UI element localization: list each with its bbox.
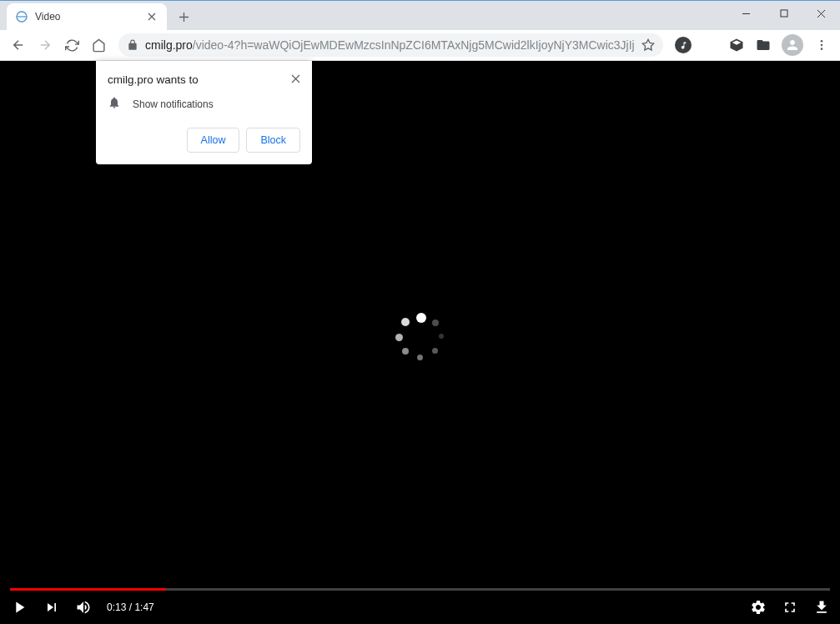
bookmark-star-icon[interactable]: [641, 38, 655, 52]
url-text: cmilg.pro/video-4?h=waWQiOjEwMDEwMzcsInN…: [145, 38, 635, 52]
browser-toolbar: cmilg.pro/video-4?h=waWQiOjEwMDEwMzcsInN…: [0, 30, 840, 61]
tab-title: Video: [35, 11, 138, 23]
svg-marker-2: [642, 39, 653, 50]
volume-button[interactable]: [75, 599, 92, 616]
extension-folder-icon[interactable]: [752, 33, 775, 57]
lock-icon: [127, 39, 138, 51]
block-button[interactable]: Block: [246, 128, 300, 153]
browser-menu-button[interactable]: [810, 38, 833, 52]
settings-button[interactable]: [750, 599, 767, 616]
minimize-button[interactable]: [727, 1, 765, 26]
close-window-button[interactable]: [802, 1, 840, 26]
browser-tab[interactable]: Video: [7, 3, 167, 30]
svg-point-5: [821, 48, 823, 50]
page-content: cmilg.pro wants to Show notifications Al…: [0, 61, 840, 624]
popup-permission-text: Show notifications: [133, 98, 214, 110]
bell-icon: [108, 96, 121, 113]
new-tab-button[interactable]: [172, 5, 195, 28]
download-button[interactable]: [813, 599, 830, 616]
maximize-button[interactable]: [765, 1, 802, 26]
forward-button[interactable]: [33, 33, 57, 57]
play-button[interactable]: [10, 598, 28, 616]
tab-close-icon[interactable]: [145, 10, 158, 23]
reload-button[interactable]: [60, 33, 83, 57]
popup-close-icon[interactable]: [291, 73, 300, 85]
profile-avatar[interactable]: [782, 34, 803, 56]
loading-spinner: [395, 313, 445, 363]
svg-point-4: [821, 44, 823, 47]
next-button[interactable]: [43, 599, 60, 616]
svg-rect-1: [781, 10, 787, 17]
extension-cube-icon[interactable]: [725, 33, 748, 57]
video-time: 0:13 / 1:47: [107, 601, 154, 613]
allow-button[interactable]: Allow: [187, 128, 240, 153]
extension-music-icon[interactable]: [671, 33, 695, 57]
popup-title: cmilg.pro wants to: [108, 73, 199, 86]
tab-favicon-icon: [15, 10, 28, 23]
window-controls: [727, 1, 840, 26]
address-bar[interactable]: cmilg.pro/video-4?h=waWQiOjEwMDEwMzcsInN…: [118, 33, 663, 57]
tab-strip: Video: [0, 1, 840, 30]
svg-point-3: [821, 40, 823, 43]
video-controls: 0:13 / 1:47: [0, 591, 840, 624]
fullscreen-button[interactable]: [782, 599, 798, 616]
back-button[interactable]: [7, 33, 30, 57]
notification-permission-popup: cmilg.pro wants to Show notifications Al…: [96, 61, 312, 164]
home-button[interactable]: [87, 33, 110, 57]
